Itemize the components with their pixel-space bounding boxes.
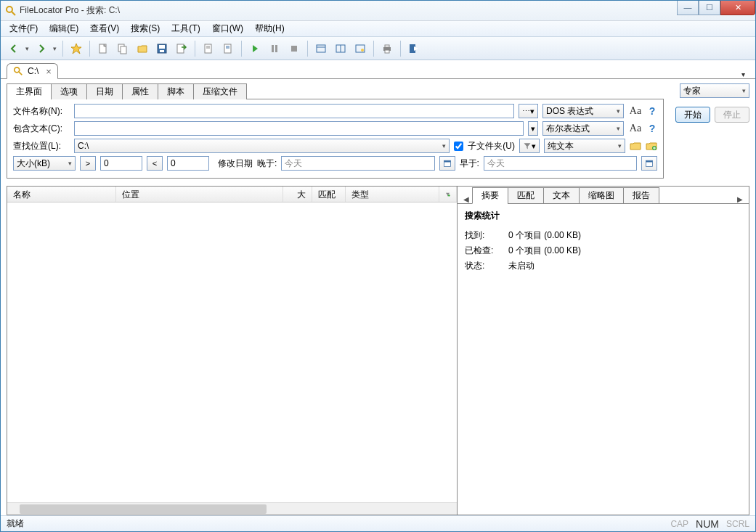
svg-rect-4	[121, 46, 126, 54]
forward-button[interactable]	[33, 40, 50, 57]
tab-script[interactable]: 脚本	[158, 83, 194, 99]
app-icon	[5, 5, 17, 17]
favorite-button[interactable]	[68, 40, 85, 57]
filename-history-button[interactable]: ⋯▾	[519, 104, 538, 118]
before-input[interactable]	[484, 156, 637, 171]
menu-help[interactable]: 帮助(H)	[251, 21, 289, 36]
column-headers: 名称 位置 大小 匹配 类型	[7, 187, 457, 202]
filename-input[interactable]	[74, 104, 514, 118]
checked-label: 已检查:	[465, 245, 497, 257]
help-icon[interactable]: ?	[647, 105, 657, 117]
size-lt-button[interactable]: <	[147, 156, 163, 171]
col-size[interactable]: 大小	[283, 187, 312, 202]
scroll-right-icon[interactable]: ▶	[734, 195, 746, 203]
exit-button[interactable]	[405, 40, 423, 57]
tab-date[interactable]: 日期	[86, 83, 123, 99]
calendar-after-icon[interactable]	[439, 156, 455, 171]
rtab-report[interactable]: 报告	[623, 187, 659, 204]
rtab-text[interactable]: 文本	[543, 187, 580, 204]
contains-expr-combo[interactable]: 布尔表达式	[542, 121, 624, 136]
filename-expr-combo[interactable]: DOS 表达式	[542, 104, 624, 118]
save-button[interactable]	[153, 40, 171, 57]
menubar: 文件(F) 编辑(E) 查看(V) 搜索(S) 工具(T) 窗口(W) 帮助(H…	[1, 21, 755, 37]
size-combo[interactable]: 大小(kB)	[13, 156, 76, 171]
case-icon-2[interactable]: Aa	[628, 123, 643, 134]
mode-combo[interactable]: 专家	[680, 83, 749, 98]
svg-rect-15	[272, 45, 274, 52]
menu-search[interactable]: 搜索(S)	[126, 21, 164, 36]
results-list: 名称 位置 大小 匹配 类型	[7, 186, 458, 515]
doc2-button[interactable]	[219, 40, 237, 57]
stop-toolbutton[interactable]	[285, 40, 303, 57]
search-icon	[13, 66, 23, 76]
open-button[interactable]	[134, 40, 151, 57]
add-folder-icon[interactable]	[646, 141, 657, 151]
status-value: 未启动	[508, 260, 535, 272]
tab-archive[interactable]: 压缩文件	[193, 83, 247, 99]
tab-options[interactable]: 选项	[51, 83, 87, 99]
play-button[interactable]	[246, 40, 264, 57]
menu-window[interactable]: 窗口(W)	[208, 21, 248, 36]
menu-tools[interactable]: 工具(T)	[167, 21, 204, 36]
list-body[interactable]	[7, 202, 457, 502]
minimize-button[interactable]: —	[677, 1, 699, 15]
after-input[interactable]	[281, 156, 434, 171]
start-button[interactable]: 开始	[675, 107, 710, 123]
maximize-button[interactable]: ☐	[699, 1, 720, 15]
size-min-input[interactable]	[100, 156, 142, 171]
tab-main[interactable]: 主界面	[7, 83, 52, 99]
pause-button[interactable]	[266, 40, 283, 57]
svg-rect-7	[160, 50, 164, 52]
col-type[interactable]: 类型	[346, 187, 439, 202]
export-button[interactable]	[173, 40, 190, 57]
filter-button[interactable]: ▾	[519, 139, 540, 153]
col-match[interactable]: 匹配	[312, 187, 346, 202]
detail-tabs: ◀ 摘要 匹配 文本 缩略图 报告 ▶	[458, 187, 749, 204]
horizontal-scrollbar[interactable]	[7, 502, 457, 515]
copy-button[interactable]	[114, 40, 131, 57]
titlebar[interactable]: FileLocator Pro - 搜索: C:\ — ☐ ✕	[1, 1, 755, 21]
col-location[interactable]: 位置	[116, 187, 283, 202]
col-name[interactable]: 名称	[7, 187, 116, 202]
results-area: 名称 位置 大小 匹配 类型 ◀ 摘要 匹配 文本 缩略图 报告 ▶	[1, 184, 755, 515]
svg-point-28	[15, 67, 20, 73]
doc-tab-c[interactable]: C:\ ×	[7, 63, 58, 79]
forward-dropdown[interactable]: ▾	[51, 45, 58, 52]
layout3-button[interactable]	[351, 40, 369, 57]
window-title: FileLocator Pro - 搜索: C:\	[20, 4, 677, 17]
menu-file[interactable]: 文件(F)	[5, 21, 42, 36]
layout2-button[interactable]	[332, 40, 349, 57]
size-max-input[interactable]	[167, 156, 209, 171]
case-icon[interactable]: Aa	[628, 105, 643, 117]
app-window: FileLocator Pro - 搜索: C:\ — ☐ ✕ 文件(F) 编辑…	[0, 0, 756, 532]
doc1-button[interactable]	[200, 40, 217, 57]
layout1-button[interactable]	[312, 40, 330, 57]
help-icon-2[interactable]: ?	[647, 123, 657, 134]
col-filter-icon[interactable]	[439, 187, 457, 202]
rtab-match[interactable]: 匹配	[508, 187, 544, 204]
new-button[interactable]	[94, 40, 112, 57]
rtab-thumb[interactable]: 缩略图	[579, 187, 624, 204]
back-button[interactable]	[5, 40, 23, 57]
tab-overflow-icon[interactable]: ▾	[737, 70, 749, 78]
contains-input[interactable]	[74, 121, 524, 136]
scroll-left-icon[interactable]: ◀	[460, 195, 472, 203]
rtab-summary[interactable]: 摘要	[472, 187, 508, 204]
calendar-before-icon[interactable]	[641, 156, 657, 171]
svg-rect-18	[317, 45, 325, 52]
lookin-combo[interactable]: C:\	[74, 139, 450, 153]
close-button[interactable]: ✕	[720, 1, 755, 15]
print-button[interactable]	[378, 40, 396, 57]
subfolders-checkbox[interactable]	[454, 142, 463, 151]
tab-attrs[interactable]: 属性	[122, 83, 158, 99]
svg-rect-34	[646, 160, 653, 162]
size-gt-button[interactable]: >	[80, 156, 96, 171]
back-dropdown[interactable]: ▾	[23, 45, 31, 52]
close-tab-icon[interactable]: ×	[46, 66, 52, 77]
menu-view[interactable]: 查看(V)	[86, 21, 123, 36]
encoding-combo[interactable]: 纯文本	[544, 139, 625, 153]
contains-history-button[interactable]: ▾	[528, 121, 538, 136]
menu-edit[interactable]: 编辑(E)	[45, 21, 83, 36]
svg-line-29	[19, 72, 22, 75]
browse-folder-icon[interactable]	[630, 141, 641, 151]
